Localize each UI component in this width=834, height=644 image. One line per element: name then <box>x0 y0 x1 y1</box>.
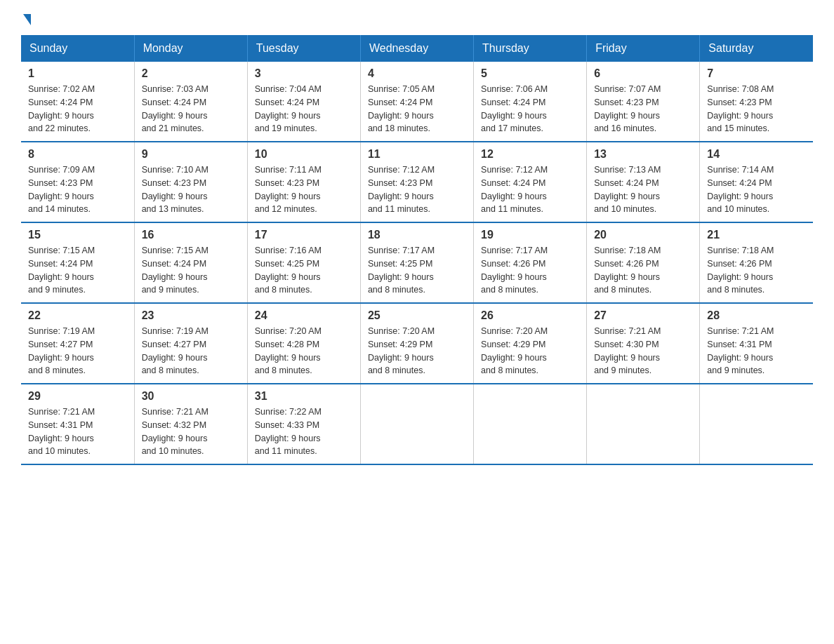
calendar-cell: 24 Sunrise: 7:20 AM Sunset: 4:28 PM Dayl… <box>247 303 360 384</box>
week-row-1: 1 Sunrise: 7:02 AM Sunset: 4:24 PM Dayli… <box>21 62 813 142</box>
calendar-cell <box>700 384 813 464</box>
day-info: Sunrise: 7:17 AM Sunset: 4:26 PM Dayligh… <box>481 244 579 297</box>
day-number: 2 <box>142 67 240 80</box>
day-of-week-wednesday: Wednesday <box>360 35 473 62</box>
day-number: 3 <box>255 67 353 80</box>
day-number: 5 <box>481 67 579 80</box>
day-of-week-tuesday: Tuesday <box>247 35 360 62</box>
calendar-cell: 15 Sunrise: 7:15 AM Sunset: 4:24 PM Dayl… <box>21 222 134 303</box>
day-number: 14 <box>707 148 806 161</box>
calendar-cell: 10 Sunrise: 7:11 AM Sunset: 4:23 PM Dayl… <box>247 142 360 222</box>
day-number: 13 <box>594 148 692 161</box>
day-info: Sunrise: 7:18 AM Sunset: 4:26 PM Dayligh… <box>594 244 692 297</box>
week-row-5: 29 Sunrise: 7:21 AM Sunset: 4:31 PM Dayl… <box>21 384 813 464</box>
day-number: 27 <box>594 309 692 322</box>
day-number: 10 <box>255 148 353 161</box>
day-info: Sunrise: 7:12 AM Sunset: 4:24 PM Dayligh… <box>481 163 579 216</box>
calendar-body: 1 Sunrise: 7:02 AM Sunset: 4:24 PM Dayli… <box>21 62 813 464</box>
day-number: 25 <box>368 309 466 322</box>
day-number: 28 <box>707 309 806 322</box>
calendar-cell: 17 Sunrise: 7:16 AM Sunset: 4:25 PM Dayl… <box>247 222 360 303</box>
calendar-cell: 28 Sunrise: 7:21 AM Sunset: 4:31 PM Dayl… <box>700 303 813 384</box>
logo <box>21 14 31 22</box>
day-info: Sunrise: 7:08 AM Sunset: 4:23 PM Dayligh… <box>707 83 806 135</box>
days-of-week-row: SundayMondayTuesdayWednesdayThursdayFrid… <box>21 35 813 62</box>
day-number: 30 <box>142 390 240 403</box>
day-info: Sunrise: 7:04 AM Sunset: 4:24 PM Dayligh… <box>255 83 353 135</box>
day-info: Sunrise: 7:15 AM Sunset: 4:24 PM Dayligh… <box>142 244 240 297</box>
day-info: Sunrise: 7:19 AM Sunset: 4:27 PM Dayligh… <box>142 325 240 377</box>
calendar-cell <box>587 384 700 464</box>
day-of-week-friday: Friday <box>587 35 700 62</box>
day-info: Sunrise: 7:20 AM Sunset: 4:28 PM Dayligh… <box>255 325 353 377</box>
day-info: Sunrise: 7:21 AM Sunset: 4:32 PM Dayligh… <box>142 405 240 458</box>
calendar-cell: 12 Sunrise: 7:12 AM Sunset: 4:24 PM Dayl… <box>474 142 587 222</box>
day-info: Sunrise: 7:21 AM Sunset: 4:30 PM Dayligh… <box>594 325 692 377</box>
calendar-cell: 1 Sunrise: 7:02 AM Sunset: 4:24 PM Dayli… <box>21 62 134 142</box>
day-number: 16 <box>142 229 240 241</box>
week-row-2: 8 Sunrise: 7:09 AM Sunset: 4:23 PM Dayli… <box>21 142 813 222</box>
day-number: 21 <box>707 229 806 241</box>
calendar-cell: 25 Sunrise: 7:20 AM Sunset: 4:29 PM Dayl… <box>360 303 473 384</box>
calendar-cell: 8 Sunrise: 7:09 AM Sunset: 4:23 PM Dayli… <box>21 142 134 222</box>
day-info: Sunrise: 7:11 AM Sunset: 4:23 PM Dayligh… <box>255 163 353 216</box>
day-number: 19 <box>481 229 579 241</box>
calendar-cell: 19 Sunrise: 7:17 AM Sunset: 4:26 PM Dayl… <box>474 222 587 303</box>
day-info: Sunrise: 7:19 AM Sunset: 4:27 PM Dayligh… <box>28 325 127 377</box>
day-info: Sunrise: 7:02 AM Sunset: 4:24 PM Dayligh… <box>28 83 127 135</box>
calendar-cell <box>360 384 473 464</box>
day-info: Sunrise: 7:03 AM Sunset: 4:24 PM Dayligh… <box>142 83 240 135</box>
day-info: Sunrise: 7:20 AM Sunset: 4:29 PM Dayligh… <box>481 325 579 377</box>
day-number: 11 <box>368 148 466 161</box>
calendar-cell: 5 Sunrise: 7:06 AM Sunset: 4:24 PM Dayli… <box>474 62 587 142</box>
calendar-cell: 23 Sunrise: 7:19 AM Sunset: 4:27 PM Dayl… <box>134 303 247 384</box>
day-info: Sunrise: 7:13 AM Sunset: 4:24 PM Dayligh… <box>594 163 692 216</box>
calendar-cell <box>474 384 587 464</box>
day-number: 4 <box>368 67 466 80</box>
day-number: 29 <box>28 390 127 403</box>
calendar-cell: 20 Sunrise: 7:18 AM Sunset: 4:26 PM Dayl… <box>587 222 700 303</box>
day-number: 7 <box>707 67 806 80</box>
day-number: 17 <box>255 229 353 241</box>
day-info: Sunrise: 7:17 AM Sunset: 4:25 PM Dayligh… <box>368 244 466 297</box>
calendar-cell: 2 Sunrise: 7:03 AM Sunset: 4:24 PM Dayli… <box>134 62 247 142</box>
day-info: Sunrise: 7:05 AM Sunset: 4:24 PM Dayligh… <box>368 83 466 135</box>
calendar-cell: 21 Sunrise: 7:18 AM Sunset: 4:26 PM Dayl… <box>700 222 813 303</box>
calendar-cell: 16 Sunrise: 7:15 AM Sunset: 4:24 PM Dayl… <box>134 222 247 303</box>
calendar-cell: 7 Sunrise: 7:08 AM Sunset: 4:23 PM Dayli… <box>700 62 813 142</box>
calendar-cell: 3 Sunrise: 7:04 AM Sunset: 4:24 PM Dayli… <box>247 62 360 142</box>
day-number: 9 <box>142 148 240 161</box>
day-of-week-thursday: Thursday <box>474 35 587 62</box>
day-info: Sunrise: 7:21 AM Sunset: 4:31 PM Dayligh… <box>707 325 806 377</box>
calendar-cell: 4 Sunrise: 7:05 AM Sunset: 4:24 PM Dayli… <box>360 62 473 142</box>
calendar-table: SundayMondayTuesdayWednesdayThursdayFrid… <box>21 35 813 465</box>
day-info: Sunrise: 7:12 AM Sunset: 4:23 PM Dayligh… <box>368 163 466 216</box>
calendar-cell: 18 Sunrise: 7:17 AM Sunset: 4:25 PM Dayl… <box>360 222 473 303</box>
calendar-cell: 22 Sunrise: 7:19 AM Sunset: 4:27 PM Dayl… <box>21 303 134 384</box>
day-info: Sunrise: 7:07 AM Sunset: 4:23 PM Dayligh… <box>594 83 692 135</box>
day-info: Sunrise: 7:06 AM Sunset: 4:24 PM Dayligh… <box>481 83 579 135</box>
day-of-week-sunday: Sunday <box>21 35 134 62</box>
day-number: 15 <box>28 229 127 241</box>
day-info: Sunrise: 7:22 AM Sunset: 4:33 PM Dayligh… <box>255 405 353 458</box>
week-row-4: 22 Sunrise: 7:19 AM Sunset: 4:27 PM Dayl… <box>21 303 813 384</box>
calendar-cell: 13 Sunrise: 7:13 AM Sunset: 4:24 PM Dayl… <box>587 142 700 222</box>
day-number: 1 <box>28 67 127 80</box>
day-number: 22 <box>28 309 127 322</box>
day-number: 31 <box>255 390 353 403</box>
calendar-cell: 6 Sunrise: 7:07 AM Sunset: 4:23 PM Dayli… <box>587 62 700 142</box>
day-of-week-monday: Monday <box>134 35 247 62</box>
day-number: 18 <box>368 229 466 241</box>
day-info: Sunrise: 7:09 AM Sunset: 4:23 PM Dayligh… <box>28 163 127 216</box>
day-number: 20 <box>594 229 692 241</box>
calendar-cell: 29 Sunrise: 7:21 AM Sunset: 4:31 PM Dayl… <box>21 384 134 464</box>
day-of-week-saturday: Saturday <box>700 35 813 62</box>
day-number: 12 <box>481 148 579 161</box>
day-info: Sunrise: 7:10 AM Sunset: 4:23 PM Dayligh… <box>142 163 240 216</box>
day-number: 6 <box>594 67 692 80</box>
day-info: Sunrise: 7:20 AM Sunset: 4:29 PM Dayligh… <box>368 325 466 377</box>
day-number: 26 <box>481 309 579 322</box>
day-number: 23 <box>142 309 240 322</box>
day-info: Sunrise: 7:15 AM Sunset: 4:24 PM Dayligh… <box>28 244 127 297</box>
page-header <box>21 14 813 22</box>
